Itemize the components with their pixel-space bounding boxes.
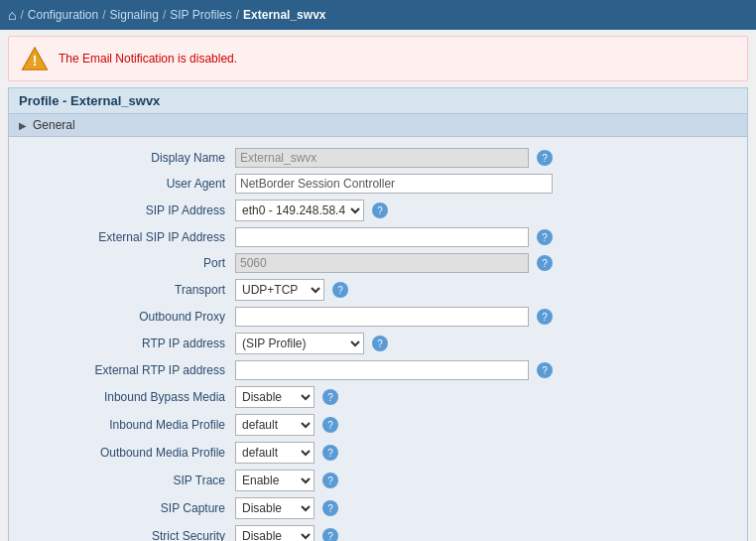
select-strict-security[interactable]: Disable Enable	[235, 525, 315, 541]
help-icon-inbound-media-profile[interactable]: ?	[322, 417, 338, 433]
profile-container: Profile - External_swvx ▶ General Displa…	[8, 87, 748, 541]
section-label-general: General	[33, 118, 75, 132]
row-sip-trace: SIP Trace Enable Disable ?	[9, 467, 747, 494]
label-sip-trace: SIP Trace	[17, 473, 235, 487]
section-header-general[interactable]: ▶ General	[9, 114, 747, 137]
row-sip-ip: SIP IP Address eth0 - 149.248.58.42 ?	[9, 197, 747, 224]
breadcrumb-sep-3: /	[236, 8, 239, 22]
select-sip-capture[interactable]: Disable Enable	[235, 497, 315, 519]
help-icon-outbound-proxy[interactable]: ?	[537, 309, 553, 325]
topbar: ⌂ / Configuration / Signaling / SIP Prof…	[0, 0, 756, 30]
help-icon-port[interactable]: ?	[537, 255, 553, 271]
row-rtp-ip: RTP IP address (SIP Profile) ?	[9, 330, 747, 357]
control-transport: UDP+TCP UDP TCP TLS ?	[235, 279, 553, 301]
control-inbound-bypass: Disable Enable ?	[235, 386, 553, 408]
breadcrumb-current: External_swvx	[243, 8, 325, 22]
label-sip-ip: SIP IP Address	[17, 203, 235, 217]
control-user-agent	[235, 174, 553, 194]
help-icon-inbound-bypass[interactable]: ?	[322, 389, 338, 405]
row-external-rtp-ip: External RTP IP address ?	[9, 357, 747, 383]
label-strict-security: Strict Security	[17, 529, 235, 541]
select-inbound-bypass[interactable]: Disable Enable	[235, 386, 315, 408]
breadcrumb-sep-1: /	[102, 8, 105, 22]
control-inbound-media-profile: default ?	[235, 414, 553, 436]
help-icon-rtp-ip[interactable]: ?	[372, 336, 388, 351]
row-sip-capture: SIP Capture Disable Enable ?	[9, 494, 747, 522]
help-icon-sip-capture[interactable]: ?	[322, 500, 338, 516]
input-user-agent[interactable]	[235, 174, 553, 194]
label-user-agent: User Agent	[17, 177, 235, 191]
control-outbound-proxy: ?	[235, 307, 553, 327]
control-external-sip-ip: ?	[235, 227, 553, 247]
profile-header: Profile - External_swvx	[9, 88, 747, 114]
help-icon-sip-trace[interactable]: ?	[322, 473, 338, 488]
label-outbound-proxy: Outbound Proxy	[17, 310, 235, 324]
row-port: Port ?	[9, 250, 747, 276]
select-inbound-media-profile[interactable]: default	[235, 414, 315, 436]
breadcrumb-sep-0: /	[20, 8, 23, 22]
row-strict-security: Strict Security Disable Enable ?	[9, 522, 747, 541]
row-display-name: Display Name ?	[9, 145, 747, 171]
input-external-sip-ip[interactable]	[235, 227, 529, 247]
row-inbound-media-profile: Inbound Media Profile default ?	[9, 411, 747, 439]
label-external-rtp-ip: External RTP IP address	[17, 363, 235, 377]
label-rtp-ip: RTP IP address	[17, 337, 235, 350]
help-icon-display-name[interactable]: ?	[537, 150, 553, 166]
notification-text: The Email Notification is disabled.	[59, 52, 237, 66]
svg-text:!: !	[33, 53, 38, 68]
input-outbound-proxy[interactable]	[235, 307, 529, 327]
help-icon-strict-security[interactable]: ?	[322, 528, 338, 541]
select-rtp-ip[interactable]: (SIP Profile)	[235, 333, 364, 354]
select-outbound-media-profile[interactable]: default	[235, 442, 315, 464]
control-rtp-ip: (SIP Profile) ?	[235, 333, 553, 354]
select-sip-trace[interactable]: Enable Disable	[235, 470, 315, 491]
control-port: ?	[235, 253, 553, 273]
control-display-name: ?	[235, 148, 553, 168]
row-user-agent: User Agent	[9, 171, 747, 197]
control-outbound-media-profile: default ?	[235, 442, 553, 464]
row-transport: Transport UDP+TCP UDP TCP TLS ?	[9, 276, 747, 304]
label-external-sip-ip: External SIP IP Address	[17, 230, 235, 244]
label-sip-capture: SIP Capture	[17, 501, 235, 515]
help-icon-external-sip-ip[interactable]: ?	[537, 229, 553, 245]
select-sip-ip[interactable]: eth0 - 149.248.58.42	[235, 200, 364, 221]
home-icon[interactable]: ⌂	[8, 7, 16, 23]
row-outbound-proxy: Outbound Proxy ?	[9, 304, 747, 330]
label-transport: Transport	[17, 283, 235, 297]
warning-icon: !	[21, 45, 49, 72]
help-icon-sip-ip[interactable]: ?	[372, 203, 388, 218]
label-outbound-media-profile: Outbound Media Profile	[17, 446, 235, 460]
input-display-name[interactable]	[235, 148, 529, 168]
control-strict-security: Disable Enable ?	[235, 525, 553, 541]
row-inbound-bypass: Inbound Bypass Media Disable Enable ?	[9, 383, 747, 411]
control-sip-trace: Enable Disable ?	[235, 470, 553, 491]
label-port: Port	[17, 256, 235, 270]
input-external-rtp-ip[interactable]	[235, 360, 529, 380]
label-inbound-bypass: Inbound Bypass Media	[17, 390, 235, 404]
select-transport[interactable]: UDP+TCP UDP TCP TLS	[235, 279, 324, 301]
breadcrumb-sep-2: /	[163, 8, 166, 22]
control-sip-capture: Disable Enable ?	[235, 497, 553, 519]
help-icon-outbound-media-profile[interactable]: ?	[322, 445, 338, 461]
control-external-rtp-ip: ?	[235, 360, 553, 380]
help-icon-external-rtp-ip[interactable]: ?	[537, 362, 553, 378]
input-port[interactable]	[235, 253, 529, 273]
breadcrumb-configuration[interactable]: Configuration	[28, 8, 98, 22]
label-display-name: Display Name	[17, 151, 235, 165]
control-sip-ip: eth0 - 149.248.58.42 ?	[235, 200, 553, 221]
row-external-sip-ip: External SIP IP Address ?	[9, 224, 747, 250]
label-inbound-media-profile: Inbound Media Profile	[17, 418, 235, 432]
section-toggle-icon: ▶	[19, 120, 27, 131]
profile-title: Profile - External_swvx	[19, 93, 160, 108]
row-outbound-media-profile: Outbound Media Profile default ?	[9, 439, 747, 467]
notification-banner: ! The Email Notification is disabled.	[8, 36, 748, 81]
breadcrumb-sip-profiles[interactable]: SIP Profiles	[170, 8, 231, 22]
help-icon-transport[interactable]: ?	[332, 282, 348, 298]
form-area: Display Name ? User Agent SIP IP Address…	[9, 137, 747, 541]
breadcrumb-signaling[interactable]: Signaling	[110, 8, 159, 22]
